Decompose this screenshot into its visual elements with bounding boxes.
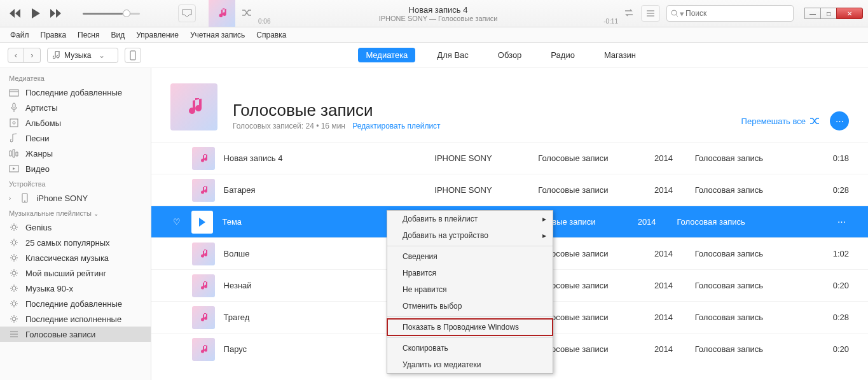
phone-icon [20,193,30,203]
menu-item[interactable]: Вид [106,29,130,41]
sidebar-item-label: Музыка 90-х [25,284,73,293]
sidebar-item[interactable]: Голосовые записи [0,327,151,342]
forward-button[interactable]: › [24,48,41,63]
svg-point-8 [24,201,25,202]
playlist-header: Голосовые записи Голосовых записей: 24 •… [151,68,868,142]
sidebar-item[interactable]: Песни [0,130,151,146]
minimize-button[interactable]: — [804,8,821,19]
menu-item[interactable]: Песня [72,29,104,41]
search-input[interactable]: ▾ [666,5,794,22]
tab[interactable]: Радио [543,48,582,62]
track-album: Голосовые записи [538,185,645,195]
context-menu-item[interactable]: Добавить на устройство▸ [387,227,553,244]
menu-item[interactable]: Правка [36,29,72,41]
playlist-subtitle: Голосовых записей: 24 • 16 мин [233,122,345,130]
context-menu-item[interactable]: Не нравится [387,281,553,298]
row-more-button[interactable]: ⋯ [834,217,849,227]
volume-slider[interactable] [83,13,140,15]
gear-icon [9,223,19,232]
tab[interactable]: Обзор [490,48,530,62]
context-menu-item[interactable]: Удалить из медиатеки [387,356,553,373]
svg-point-13 [12,286,16,290]
list-button[interactable] [641,5,660,22]
sidebar-item[interactable]: Видео [0,161,151,176]
svg-point-14 [12,302,16,306]
context-menu-item[interactable]: Показать в Проводнике Windows [387,319,553,335]
more-button[interactable]: ⋯ [830,111,849,130]
track-album: Голосовые записи [538,249,645,258]
sidebar-header: Медиатека [0,71,151,85]
menu-separator [387,337,553,338]
track-row[interactable]: Новая запись 4IPHONE SONYГолосовые запис… [151,142,868,174]
sidebar-item[interactable]: Genius [0,220,151,235]
recent-icon [9,88,19,97]
content: Голосовые записи Голосовых записей: 24 •… [151,68,868,380]
maximize-button[interactable]: □ [820,8,837,19]
context-menu-item[interactable]: Сведения [387,248,553,265]
track-artwork [191,211,213,234]
playlist-title: Голосовые записи [233,101,441,120]
track-row[interactable]: БатареяIPHONE SONYГолосовые записи2014Го… [151,174,868,206]
gear-icon [9,253,19,262]
video-icon [9,165,19,172]
menu-bar: ФайлПравкаПесняВидУправлениеУчетная запи… [0,27,868,43]
svg-rect-2 [10,90,18,96]
track-year: 2014 [654,313,686,322]
sidebar-item[interactable]: Последние добавленные [0,85,151,100]
sidebar-item[interactable]: Альбомы [0,115,151,130]
tab[interactable]: Магазин [596,48,644,62]
context-menu-item[interactable]: Добавить в плейлист▸ [387,211,553,227]
gear-icon [9,299,19,308]
nowplaying-subtitle: IPHONE SONY — Голосовые записи [266,15,610,22]
context-menu-item[interactable]: Скопировать [387,340,553,356]
prev-button[interactable] [8,6,23,21]
media-selector-label: Музыка [64,51,91,60]
album-icon [9,118,19,127]
sidebar-item[interactable]: Жанры [0,146,151,161]
menu-item[interactable]: Управление [131,29,184,41]
menu-item[interactable]: Файл [5,29,34,41]
love-icon[interactable]: ♡ [170,217,183,227]
track-time: 0:18 [817,153,849,163]
sidebar-item[interactable]: Классическая музыка [0,250,151,265]
close-button[interactable]: ✕ [836,8,863,19]
sidebar-item[interactable]: Последние исполненные [0,311,151,327]
context-menu-item[interactable]: Отменить выбор [387,298,553,314]
shuffle-icon[interactable] [242,8,253,19]
track-genre: Голосовая запись [695,185,809,195]
sidebar-item-label: Мой высший рейтинг [25,269,106,278]
sidebar-header: Устройства [0,176,151,190]
next-button[interactable] [48,6,64,21]
menu-item[interactable]: Учетная запись [185,29,250,41]
sidebar-item[interactable]: Музыка 90-х [0,281,151,296]
sidebar-item-label: Песни [25,134,50,143]
sidebar-item[interactable]: ›iPhone SONY [0,190,151,206]
tab[interactable]: Медиатека [358,48,415,62]
gear-icon [9,238,19,247]
airplay-button[interactable] [178,4,196,22]
track-artist: IPHONE SONY [434,153,529,163]
menu-item[interactable]: Справка [251,29,291,41]
sidebar-item[interactable]: Последние добавленные [0,296,151,311]
shuffle-label: Перемешать все [741,116,806,126]
repeat-icon[interactable] [623,8,635,19]
shuffle-all-button[interactable]: Перемешать все [741,116,821,126]
track-title: Новая запись 4 [224,153,426,163]
search-icon [671,10,679,17]
device-button[interactable] [125,48,141,63]
nav-row: ‹ › Музыка ⌄ МедиатекаДля ВасОбзорРадиоМ… [0,43,868,68]
sidebar-item[interactable]: Артисты [0,100,151,115]
sidebar-item-label: Последние исполненные [25,314,121,324]
sidebar-item[interactable]: 25 самых популярных [0,235,151,250]
track-title: Батарея [224,185,426,195]
context-menu-item[interactable]: Нравится [387,265,553,281]
note-icon [53,51,60,60]
svg-point-10 [12,241,16,244]
back-button[interactable]: ‹ [8,48,24,63]
tab[interactable]: Для Вас [429,48,476,62]
track-genre: Голосовая запись [695,313,809,322]
media-selector[interactable]: Музыка ⌄ [47,48,118,63]
edit-playlist-link[interactable]: Редактировать плейлист [352,122,440,130]
play-button[interactable] [28,6,43,21]
sidebar-item[interactable]: Мой высший рейтинг [0,265,151,281]
